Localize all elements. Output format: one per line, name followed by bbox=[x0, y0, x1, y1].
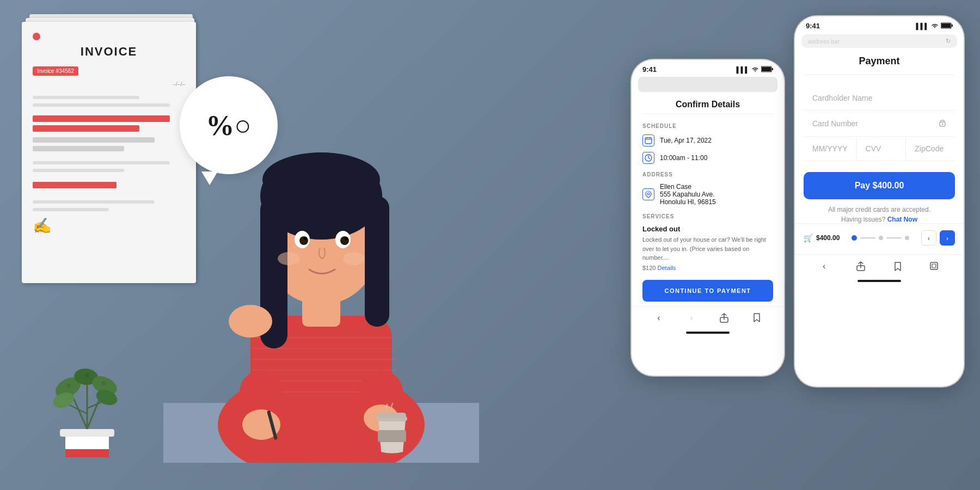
time-row: 10:00am - 11:00 bbox=[642, 152, 773, 164]
cvv-field[interactable]: CVV bbox=[857, 137, 906, 161]
details-link[interactable]: Details bbox=[658, 265, 676, 271]
invoice-red-bar-2 bbox=[33, 125, 139, 132]
payment-note-2: Having issues? Chat Now bbox=[795, 216, 964, 223]
nav-tabs-right[interactable] bbox=[928, 260, 940, 272]
invoice-red-bar-1 bbox=[33, 115, 170, 122]
svg-rect-67 bbox=[932, 264, 936, 268]
service-name: Locked out bbox=[642, 225, 773, 233]
invoice-paper-front: INVOICE Invoice #34562 –/–/– ✍ bbox=[22, 22, 196, 283]
service-price: $120 Details bbox=[642, 265, 773, 271]
card-number-field[interactable]: Card Number bbox=[804, 111, 955, 137]
address-city: Honolulu HI, 96815 bbox=[660, 198, 716, 206]
phone-left-content: Confirm Details SCHEDULE Tue, Apr 17, 20… bbox=[632, 95, 784, 302]
bottom-bar-left bbox=[686, 332, 730, 334]
progress-dot-3 bbox=[905, 236, 909, 240]
status-bar-right: 9:41 ▌▌▌ bbox=[795, 16, 964, 32]
invoice-line-3 bbox=[33, 161, 170, 164]
address-row: Ellen Case 555 Kapahulu Ave. Honolulu HI… bbox=[642, 183, 773, 206]
payment-content: Payment Cardholder Name Card Number MM/Y… bbox=[795, 52, 964, 161]
svg-point-19 bbox=[304, 237, 307, 240]
invoice-signature: ✍ bbox=[33, 217, 185, 235]
svg-line-57 bbox=[648, 158, 650, 159]
url-bar-placeholder-left bbox=[638, 77, 777, 92]
svg-point-42 bbox=[66, 383, 71, 388]
invoice-line-4 bbox=[33, 169, 124, 172]
continue-payment-button[interactable]: CONTINUE TO PAYMENT bbox=[642, 280, 773, 302]
next-arrow[interactable]: › bbox=[940, 230, 955, 246]
invoice-badge: Invoice #34562 bbox=[33, 66, 78, 76]
svg-point-43 bbox=[85, 373, 89, 378]
svg-rect-61 bbox=[941, 23, 951, 28]
address-bar-right[interactable]: address bar ↻ bbox=[801, 34, 957, 48]
progress-area: 🛒 $400.00 ‹ › bbox=[795, 223, 964, 250]
address-bar-text: address bar bbox=[808, 38, 840, 45]
nav-share-right[interactable] bbox=[855, 260, 867, 272]
progress-dots bbox=[852, 235, 909, 241]
expiry-field[interactable]: MM/YYYY bbox=[804, 137, 857, 161]
phone-wrapper: 9:41 ▌▌▌ Confirm Details SCHEDULE Tue, A bbox=[632, 16, 964, 387]
svg-rect-30 bbox=[60, 429, 114, 437]
refresh-icon[interactable]: ↻ bbox=[946, 38, 951, 45]
payment-title: Payment bbox=[804, 52, 955, 75]
cardholder-field[interactable]: Cardholder Name bbox=[804, 86, 955, 111]
zip-field[interactable]: ZipCode bbox=[906, 137, 955, 161]
services-label: SERVICES bbox=[642, 213, 773, 219]
nav-bookmark-right[interactable] bbox=[892, 260, 904, 272]
address-block: Ellen Case 555 Kapahulu Ave. Honolulu HI… bbox=[660, 183, 716, 206]
phone-confirm: 9:41 ▌▌▌ Confirm Details SCHEDULE Tue, A bbox=[632, 60, 784, 376]
nav-arrows: ‹ › bbox=[921, 230, 955, 246]
nav-bookmark-left[interactable] bbox=[751, 312, 763, 324]
coffee-cup bbox=[370, 403, 414, 457]
date-row: Tue, Apr 17, 2022 bbox=[642, 134, 773, 146]
prev-arrow[interactable]: ‹ bbox=[921, 230, 936, 246]
plant-decoration bbox=[44, 348, 131, 457]
signal-icon-right: ▌▌▌ bbox=[916, 23, 929, 29]
pay-button[interactable]: Pay $400.00 bbox=[804, 172, 955, 199]
chat-now-link[interactable]: Chat Now bbox=[887, 216, 917, 223]
bottom-bar-right bbox=[857, 280, 901, 282]
calendar-icon bbox=[642, 134, 654, 146]
status-icons-left: ▌▌▌ bbox=[737, 66, 773, 74]
status-icons-right: ▌▌▌ bbox=[916, 22, 953, 30]
svg-rect-51 bbox=[645, 138, 652, 144]
svg-point-22 bbox=[343, 252, 365, 265]
lock-icon bbox=[939, 118, 946, 128]
bottom-nav-left: ‹ › bbox=[632, 306, 784, 328]
svg-rect-62 bbox=[952, 24, 953, 27]
cardholder-label: Cardholder Name bbox=[812, 94, 873, 102]
svg-point-44 bbox=[101, 381, 106, 385]
payment-row-small: MM/YYYY CVV ZipCode bbox=[804, 137, 955, 161]
invoice-line-5 bbox=[33, 200, 155, 204]
cart-icon: 🛒 bbox=[804, 234, 813, 242]
confirm-title: Confirm Details bbox=[642, 95, 773, 114]
card-number-label: Card Number bbox=[812, 119, 858, 128]
invoice-line-2 bbox=[33, 103, 170, 107]
wifi-icon-right bbox=[931, 23, 939, 29]
bottom-nav-right: ‹ bbox=[795, 254, 964, 277]
nav-forward-left[interactable]: › bbox=[685, 312, 697, 324]
svg-rect-47 bbox=[378, 430, 406, 442]
percent-icon: %○ bbox=[206, 109, 251, 142]
svg-point-18 bbox=[340, 236, 349, 245]
signal-icon-left: ▌▌▌ bbox=[737, 66, 749, 73]
svg-point-20 bbox=[345, 237, 348, 240]
time-left: 9:41 bbox=[642, 65, 657, 74]
address-name: Ellen Case bbox=[660, 183, 716, 191]
invoice-title: INVOICE bbox=[33, 45, 185, 59]
svg-point-28 bbox=[229, 305, 272, 338]
invoice-line-6 bbox=[33, 208, 109, 211]
payment-note-1: All major credit cards are accepted. bbox=[795, 206, 964, 213]
progress-seg-2 bbox=[886, 237, 902, 238]
nav-back-right[interactable]: ‹ bbox=[818, 260, 830, 272]
invoice-gray-bar-1 bbox=[33, 137, 155, 143]
progress-dot-2 bbox=[879, 236, 883, 240]
invoice-gray-bar-2 bbox=[33, 146, 124, 151]
invoice-dot bbox=[33, 33, 40, 40]
address-street: 555 Kapahulu Ave. bbox=[660, 191, 716, 198]
svg-rect-66 bbox=[930, 262, 938, 270]
cart-amount: 🛒 $400.00 bbox=[804, 234, 840, 242]
svg-rect-13 bbox=[365, 196, 389, 327]
svg-point-21 bbox=[278, 252, 299, 265]
nav-back-left[interactable]: ‹ bbox=[653, 312, 665, 324]
nav-share-left[interactable] bbox=[718, 312, 730, 324]
